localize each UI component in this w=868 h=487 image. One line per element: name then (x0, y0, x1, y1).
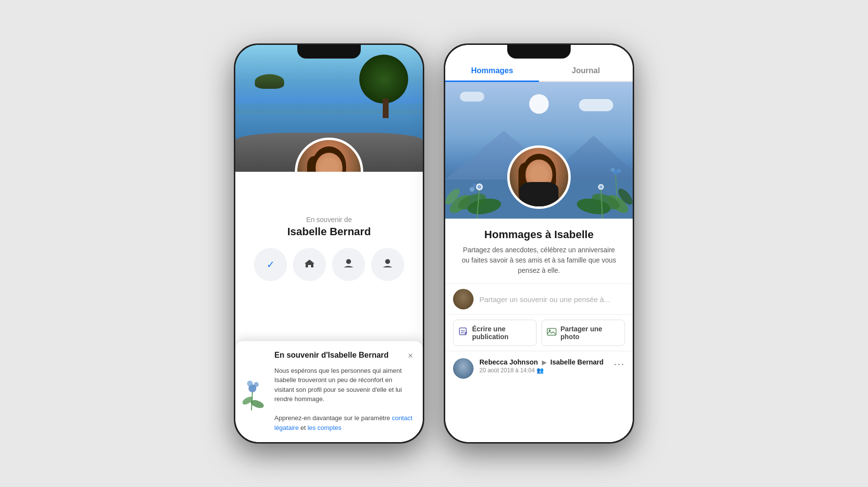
tooltip-overlay: En souvenir d'Isabelle Bernard × Nous es… (235, 341, 423, 443)
post-date: 20 août 2018 à 14:04 👥 (479, 367, 608, 374)
post-names: Rebecca Johnson ▶ Isabelle Bernard (479, 358, 608, 366)
person-wave-icon (382, 258, 393, 272)
main-container: En souvenir de Isabelle Bernard ✓ (0, 0, 868, 487)
svg-point-1 (385, 259, 390, 264)
left-screen: En souvenir de Isabelle Bernard ✓ (235, 45, 423, 442)
post-avatar (453, 358, 474, 379)
post-info: Rebecca Johnson ▶ Isabelle Bernard 20 ao… (479, 358, 608, 374)
share-input-row: Partager un souvenir ou une pensée à... (445, 284, 633, 315)
island-decoration (255, 74, 284, 89)
cloud2-decoration (460, 92, 484, 101)
profile-picture[interactable] (295, 138, 363, 172)
hommages-title: Hommages à Isabelle (445, 219, 633, 245)
in-memory-label: En souvenir de (235, 216, 423, 223)
close-button[interactable]: × (408, 351, 413, 361)
post-row: Rebecca Johnson ▶ Isabelle Bernard 20 ao… (445, 351, 633, 386)
svg-point-26 (611, 168, 615, 172)
action-buttons-row: ✓ (235, 248, 423, 281)
write-publication-button[interactable]: Écrire une publication (453, 320, 537, 346)
right-screen: Hommages Journal (445, 45, 633, 442)
svg-point-27 (617, 169, 621, 173)
photo-icon (547, 327, 557, 339)
tooltip-header: En souvenir d'Isabelle Bernard × (245, 351, 413, 361)
post-from-name[interactable]: Rebecca Johnson (479, 358, 538, 366)
post-date-text: 20 août 2018 à 14:04 (479, 367, 535, 374)
svg-point-0 (346, 259, 351, 264)
photo-button-label: Partager une photo (560, 325, 620, 341)
svg-point-14 (477, 185, 481, 189)
tab-journal[interactable]: Journal (539, 60, 633, 81)
more-button-1[interactable] (332, 248, 365, 281)
sun-decoration (529, 94, 549, 114)
write-button-label: Écrire une publication (472, 325, 531, 341)
svg-point-15 (470, 187, 475, 192)
flower-decoration (243, 369, 272, 413)
message-button[interactable] (293, 248, 326, 281)
tabs-row: Hommages Journal (445, 45, 633, 82)
share-placeholder[interactable]: Partager un souvenir ou une pensée à... (479, 295, 625, 304)
tooltip-text2: Apprenez-en davantage sur le paramètre (274, 414, 392, 422)
friend-check-button[interactable]: ✓ (254, 248, 287, 281)
svg-point-3 (247, 381, 253, 386)
house-icon (304, 259, 315, 271)
checkmark-icon: ✓ (267, 259, 275, 270)
left-phone: En souvenir de Isabelle Bernard ✓ (234, 43, 424, 444)
svg-point-16 (473, 183, 476, 187)
comptes-link[interactable]: les comptes (308, 424, 341, 431)
cloud1-decoration (579, 99, 613, 111)
profile-info: En souvenir de Isabelle Bernard ✓ (235, 172, 423, 291)
post-to-name[interactable]: Isabelle Bernard (550, 358, 603, 366)
post-arrow-icon: ▶ (542, 359, 549, 366)
trees-decoration (350, 55, 408, 118)
hommages-subtitle: Partagez des anecdotes, célébrez un anni… (445, 245, 633, 284)
svg-point-4 (254, 382, 259, 387)
share-photo-button[interactable]: Partager une photo (541, 320, 625, 346)
person-name: Isabelle Bernard (235, 225, 423, 238)
cover-photo (235, 45, 423, 172)
tooltip-title: En souvenir d'Isabelle Bernard (245, 351, 403, 360)
svg-line-24 (616, 175, 617, 199)
tab-hommages[interactable]: Hommages (445, 60, 539, 81)
pencil-icon (458, 327, 468, 339)
action-buttons-wide-row: Écrire une publication Partager une pho (445, 315, 633, 351)
right-phone: Hommages Journal (444, 43, 634, 444)
user-avatar (453, 289, 474, 309)
person-icon (343, 258, 354, 272)
memorial-banner (445, 82, 633, 219)
post-more-button[interactable]: ··· (614, 358, 625, 369)
svg-rect-31 (547, 328, 556, 335)
right-content: Hommages à Isabelle Partagez des anecdot… (445, 82, 633, 440)
more-button-2[interactable] (371, 248, 404, 281)
memorial-profile-picture[interactable] (507, 145, 571, 209)
tooltip-and: et (299, 424, 308, 431)
friends-icon: 👥 (537, 367, 544, 374)
svg-point-23 (599, 185, 602, 188)
tooltip-text: Nous espérons que les personnes qui aime… (274, 367, 402, 403)
